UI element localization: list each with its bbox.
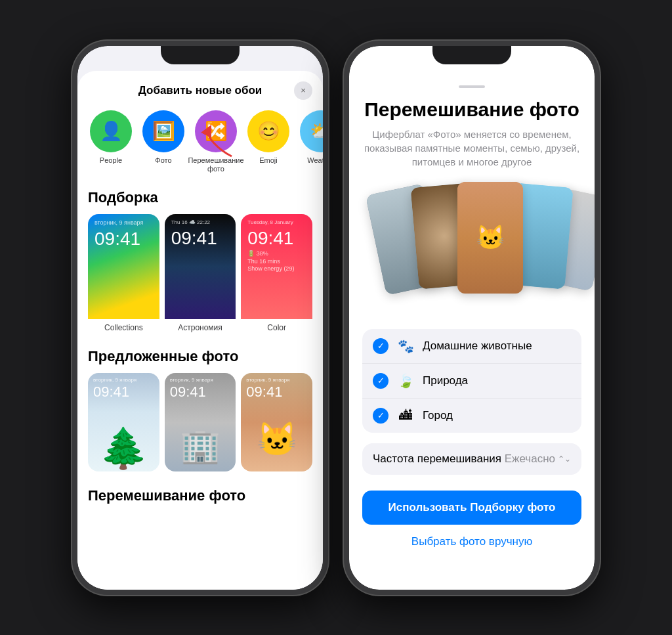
- collection-label-3: Color: [241, 319, 312, 332]
- tree-silhouette-icon: 🌲: [99, 425, 148, 471]
- building-icon: 🏢: [180, 427, 220, 465]
- phone-notch-right: [432, 46, 511, 64]
- collection-label-1: Collections: [88, 319, 159, 332]
- photo-icon-circle[interactable]: 🖼️: [142, 110, 184, 152]
- photo-time-1: вторник, 9 января: [93, 377, 136, 383]
- category-item-nature[interactable]: ✓ 🍃 Природа: [362, 364, 581, 399]
- people-icon-circle[interactable]: 👤: [90, 110, 132, 152]
- detail-title: Перемешивание фото: [362, 99, 581, 121]
- check-icon-city: ✓: [373, 408, 388, 424]
- stack-card-3: 🐱: [457, 182, 523, 294]
- shuffle-heading: Перемешивание фото: [77, 482, 323, 512]
- city-label: Город: [423, 409, 571, 422]
- collections-row: вторник, 9 января 09:41 Collections Thu …: [77, 214, 323, 343]
- detail-subtitle: Циферблат «Фото» меняется со временем, п…: [362, 127, 581, 169]
- weather-label: Weather: [307, 156, 323, 165]
- photos-row: вторник, 9 января 09:41 🌲 вторник, 9 янв…: [77, 373, 323, 482]
- modal-header: Добавить новые обои ×: [77, 71, 323, 105]
- collection-label-2: Астрономия: [165, 319, 236, 332]
- collection-preview-dark: Thu 16 ☁️ 22:22 09:41: [165, 214, 236, 319]
- photo-card-city[interactable]: вторник, 9 января 09:41 🏢: [165, 373, 236, 471]
- shuffle-icon-circle[interactable]: 🔀: [195, 110, 237, 152]
- pets-icon: 🐾: [398, 338, 413, 354]
- check-icon-nature: ✓: [373, 373, 388, 389]
- frequency-row[interactable]: Частота перемешивания Ежечасно ⌃⌄: [362, 443, 581, 475]
- icon-item-emoji[interactable]: 😊 Emoji: [245, 110, 291, 173]
- frequency-value[interactable]: Ежечасно ⌃⌄: [505, 452, 571, 466]
- use-collection-button[interactable]: Использовать Подборку фото: [362, 491, 581, 525]
- cat-emoji-icon: 🐱: [257, 420, 297, 458]
- right-phone: Перемешивание фото Циферблат «Фото» меня…: [344, 41, 600, 595]
- icon-item-photo[interactable]: 🖼️ Фото: [140, 110, 186, 173]
- wp-time-1: вторник, 9 января: [88, 214, 159, 229]
- photo-card-winter[interactable]: вторник, 9 января 09:41 🌲: [88, 373, 159, 471]
- collection-preview-blue: вторник, 9 января 09:41: [88, 214, 159, 319]
- collection-preview-pink: Tuesday, 8 January 09:41 🔋 38%Thu 16 min…: [241, 214, 312, 319]
- shuffle-label: Перемешивание фото: [188, 156, 243, 173]
- suggested-heading: Предложенные фото: [77, 343, 323, 373]
- categories-list: ✓ 🐾 Домашние животные ✓ 🍃 Природа ✓ 🏙 Го…: [362, 329, 581, 433]
- photo-clock-2: 09:41: [170, 383, 206, 401]
- city-icon: 🏙: [398, 408, 413, 423]
- weather-icon-circle[interactable]: ⛅: [300, 110, 323, 152]
- chevron-icon: ⌃⌄: [558, 454, 571, 464]
- left-screen: Добавить новые обои × 👤 People 🖼️ Фото 🔀: [77, 46, 323, 590]
- nature-icon: 🍃: [398, 373, 413, 389]
- modal-sheet: Добавить новые обои × 👤 People 🖼️ Фото 🔀: [77, 71, 323, 590]
- photo-clock-3: 09:41: [246, 383, 282, 401]
- photo-time-2: вторник, 9 января: [170, 377, 213, 383]
- photo-time-3: вторник, 9 января: [246, 377, 289, 383]
- left-phone: Добавить новые обои × 👤 People 🖼️ Фото 🔀: [72, 41, 328, 595]
- modal-scroll-area[interactable]: 👤 People 🖼️ Фото 🔀 Перемешивание фото 😊 …: [77, 105, 323, 578]
- drag-indicator: [459, 85, 485, 88]
- wp-clock-2: 09:41: [165, 228, 236, 249]
- wp-time-2: Thu 16 ☁️ 22:22: [165, 214, 236, 228]
- detail-content: Перемешивание фото Циферблат «Фото» меня…: [349, 72, 595, 590]
- icon-item-people[interactable]: 👤 People: [88, 110, 134, 173]
- modal-title: Добавить новые обои: [138, 84, 262, 97]
- photo-clock-1: 09:41: [93, 383, 129, 401]
- wp-clock-1: 09:41: [88, 229, 159, 250]
- photo-stack: 🐱: [362, 182, 581, 313]
- frequency-label: Частота перемешивания: [373, 452, 501, 466]
- category-item-pets[interactable]: ✓ 🐾 Домашние животные: [362, 329, 581, 364]
- collection-card-dark[interactable]: Thu 16 ☁️ 22:22 09:41 Астрономия: [165, 214, 236, 332]
- nature-label: Природа: [423, 374, 571, 387]
- select-manual-button[interactable]: Выбрать фото вручную: [362, 533, 581, 551]
- category-item-city[interactable]: ✓ 🏙 Город: [362, 399, 581, 433]
- wallpaper-type-row: 👤 People 🖼️ Фото 🔀 Перемешивание фото 😊 …: [77, 105, 323, 184]
- photo-label: Фото: [155, 156, 171, 165]
- collections-heading: Подборка: [77, 184, 323, 214]
- wp-time-3: Tuesday, 8 January: [241, 214, 312, 228]
- collection-card-pink[interactable]: Tuesday, 8 January 09:41 🔋 38%Thu 16 min…: [241, 214, 312, 332]
- pets-label: Домашние животные: [423, 339, 571, 353]
- emoji-icon-circle[interactable]: 😊: [247, 110, 289, 152]
- icon-item-weather[interactable]: ⛅ Weather: [298, 110, 323, 173]
- check-icon-pets: ✓: [373, 338, 388, 354]
- collection-card-blue[interactable]: вторник, 9 января 09:41 Collections: [88, 214, 159, 332]
- phone-notch: [161, 46, 240, 64]
- emoji-label: Emoji: [259, 156, 278, 165]
- people-label: People: [100, 156, 122, 165]
- icon-item-shuffle[interactable]: 🔀 Перемешивание фото: [193, 110, 239, 173]
- modal-close-button[interactable]: ×: [294, 81, 312, 100]
- right-screen: Перемешивание фото Циферблат «Фото» меня…: [349, 46, 595, 590]
- wp-clock-3: 09:41: [241, 228, 312, 249]
- photo-card-cat[interactable]: вторник, 9 января 09:41 🐱: [241, 373, 312, 471]
